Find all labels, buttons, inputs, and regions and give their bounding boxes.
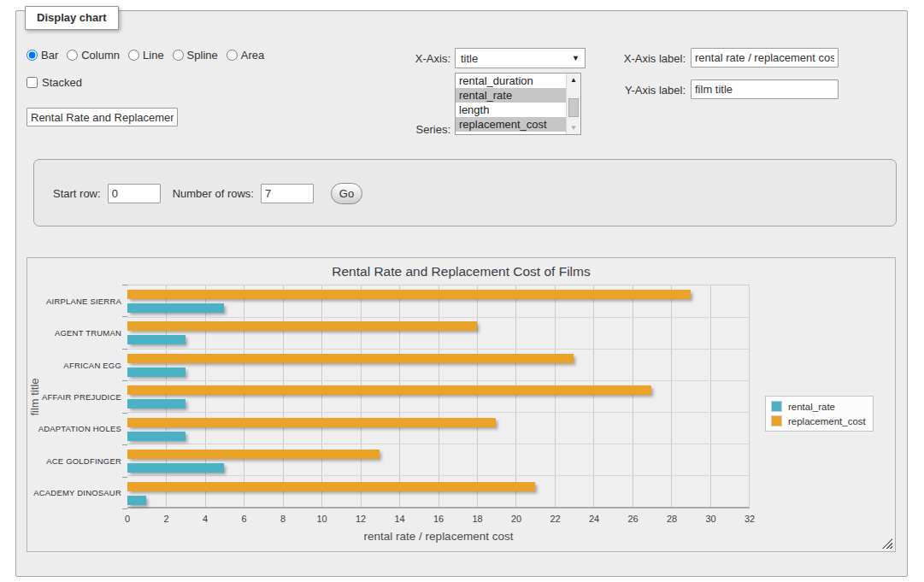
start-row-input[interactable] xyxy=(108,184,161,203)
bar-rental_rate xyxy=(127,367,185,377)
panel-tab-display-chart: Display chart xyxy=(25,6,119,30)
stacked-option[interactable]: Stacked xyxy=(26,76,82,89)
num-rows-label: Number of rows: xyxy=(173,187,254,200)
x-tick-label: 4 xyxy=(203,514,208,524)
bar-group-affair-prejudice xyxy=(127,381,749,413)
x-tick-label: 28 xyxy=(667,514,677,524)
x-axis-title: rental rate / replacement cost xyxy=(127,530,750,543)
y-category-label: AFRICAN EGG xyxy=(63,360,121,369)
y-tick-mark xyxy=(122,285,127,285)
bar-replacement_cost xyxy=(127,385,651,395)
y-tick-mark xyxy=(122,413,127,414)
resize-handle-icon[interactable] xyxy=(882,538,892,549)
chart-type-option-column[interactable]: Column xyxy=(67,49,120,62)
x-axis-tick-labels: 02468101214161820222426283032 xyxy=(127,514,750,526)
chart-type-radio-bar[interactable] xyxy=(26,50,38,61)
series-option-replacement_cost[interactable]: replacement_cost xyxy=(456,117,566,132)
display-chart-panel: Display chart BarColumnLineSplineArea St… xyxy=(15,10,908,577)
chart-type-group: BarColumnLineSplineArea xyxy=(26,49,264,62)
y-category-label: AIRPLANE SIERRA xyxy=(46,296,121,305)
go-button[interactable]: Go xyxy=(331,183,362,204)
chart-title: Rental Rate and Replacement Cost of Film… xyxy=(27,264,895,279)
y-tick-mark xyxy=(122,477,127,478)
series-select-label: Series: xyxy=(360,123,450,136)
x-axis-label-field-label: X-Axis label: xyxy=(597,52,686,65)
legend-swatch-icon xyxy=(771,415,782,426)
bar-rental_rate xyxy=(127,496,146,505)
scroll-up-icon[interactable]: ▲ xyxy=(567,73,580,86)
x-tick-label: 18 xyxy=(472,514,482,524)
chart-type-radio-column[interactable] xyxy=(67,50,78,61)
bar-group-agent-truman xyxy=(127,317,749,349)
x-tick-label: 6 xyxy=(241,514,246,524)
chart-type-label: Area xyxy=(241,49,264,62)
x-tick-label: 30 xyxy=(705,514,715,524)
scroll-down-icon[interactable]: ▼ xyxy=(567,121,580,134)
y-tick-mark xyxy=(122,444,127,445)
chart-title-input[interactable] xyxy=(26,108,178,126)
series-option-rental_rate[interactable]: rental_rate xyxy=(456,88,566,103)
y-category-label: AGENT TRUMAN xyxy=(55,328,121,338)
chart-type-radio-line[interactable] xyxy=(128,50,139,61)
y-tick-mark xyxy=(122,380,127,381)
plot-area xyxy=(127,285,750,509)
y-axis-label-field-label: Y-Axis label: xyxy=(597,84,686,97)
bar-rental_rate xyxy=(127,463,224,473)
y-category-label: ADAPTATION HOLES xyxy=(38,424,121,433)
x-tick-label: 0 xyxy=(125,514,130,524)
chart-type-label: Bar xyxy=(41,49,58,62)
x-axis-label-input[interactable] xyxy=(691,48,839,68)
x-axis-select-value: title xyxy=(461,52,478,65)
y-axis-category-labels: AIRPLANE SIERRAAGENT TRUMANAFRICAN EGGAF… xyxy=(27,285,121,509)
chart-type-radio-spline[interactable] xyxy=(173,50,184,61)
chart-type-option-bar[interactable]: Bar xyxy=(26,49,58,62)
x-axis-select[interactable]: title ▼ xyxy=(455,48,586,68)
x-tick-label: 16 xyxy=(433,514,444,524)
series-listbox[interactable]: rental_durationrental_ratelengthreplacem… xyxy=(455,73,581,135)
x-axis-select-label: X-Axis: xyxy=(360,52,450,65)
chevron-down-icon: ▼ xyxy=(572,54,580,62)
chart-type-label: Line xyxy=(143,49,164,62)
chart-container: Rental Rate and Replacement Cost of Film… xyxy=(26,257,896,552)
y-category-label: AFFAIR PREJUDICE xyxy=(42,392,121,402)
y-tick-mark xyxy=(122,316,127,317)
bar-replacement_cost xyxy=(127,290,691,299)
chart-type-radio-area[interactable] xyxy=(227,50,238,61)
bar-group-ace-goldfinger xyxy=(127,445,749,477)
x-tick-label: 26 xyxy=(627,514,638,524)
stacked-label: Stacked xyxy=(42,76,82,89)
bar-replacement_cost xyxy=(127,418,496,427)
bar-replacement_cost xyxy=(127,321,477,331)
series-options: rental_durationrental_ratelengthreplacem… xyxy=(456,73,566,134)
bar-group-adaptation-holes xyxy=(127,414,749,445)
chart-type-option-line[interactable]: Line xyxy=(128,49,164,62)
y-category-label: ACADEMY DINOSAUR xyxy=(33,488,121,497)
bar-rental_rate xyxy=(127,303,224,313)
x-tick-label: 32 xyxy=(744,514,755,524)
stacked-checkbox[interactable] xyxy=(26,77,38,88)
chart-type-option-area[interactable]: Area xyxy=(227,49,264,62)
chart-type-option-spline[interactable]: Spline xyxy=(173,49,218,62)
x-tick-label: 22 xyxy=(550,514,560,524)
x-tick-label: 8 xyxy=(280,514,285,524)
y-tick-mark xyxy=(122,509,127,509)
chart-type-label: Spline xyxy=(187,49,218,62)
y-axis-label-input[interactable] xyxy=(691,79,839,99)
legend-item-rental_rate: rental_rate xyxy=(771,401,866,412)
scrollbar-thumb[interactable] xyxy=(568,98,579,117)
series-option-length[interactable]: length xyxy=(456,103,566,117)
legend-label: replacement_cost xyxy=(788,416,866,426)
series-option-rental_duration[interactable]: rental_duration xyxy=(456,73,566,88)
page: Display chart BarColumnLineSplineArea St… xyxy=(0,0,924,582)
bar-replacement_cost xyxy=(127,354,574,363)
bar-rental_rate xyxy=(127,399,185,409)
legend-swatch-icon xyxy=(771,401,782,412)
bar-replacement_cost xyxy=(127,482,535,491)
num-rows-input[interactable] xyxy=(261,184,314,203)
y-category-label: ACE GOLDFINGER xyxy=(46,456,121,465)
row-range-box: Start row: Number of rows: Go xyxy=(33,159,897,226)
bar-rental_rate xyxy=(127,335,185,344)
bar-group-airplane-sierra xyxy=(127,285,749,317)
series-scrollbar[interactable]: ▲ ▼ xyxy=(566,73,580,134)
x-tick-label: 10 xyxy=(316,514,327,524)
